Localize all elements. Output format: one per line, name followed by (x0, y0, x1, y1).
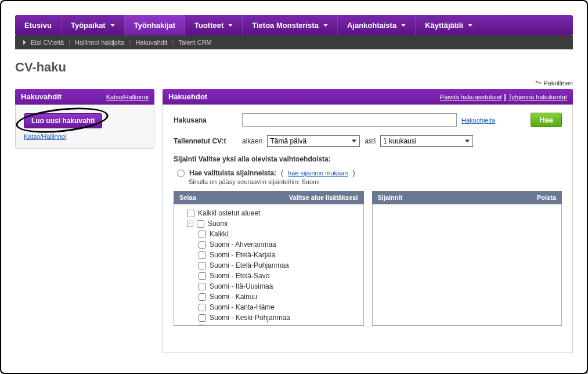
location-access-hint: Sinulla on pääsy seuraaviin sijainteihin… (189, 178, 562, 185)
tree-row[interactable]: Suomi - Etelä-Karjala (179, 250, 359, 260)
view-all-link[interactable]: Katso/Hallinnoi (24, 133, 146, 140)
tree-checkbox[interactable] (197, 220, 204, 228)
triangle-right-icon (23, 40, 26, 45)
subnav-item[interactable]: Hallinnoi hakijoita (75, 39, 125, 46)
tree-checkbox[interactable] (199, 283, 206, 290)
subnav-item[interactable]: Hakuvahdit (135, 39, 167, 46)
search-by-location-link[interactable]: hae sijainnin mukaan (288, 170, 348, 177)
tree-checkbox[interactable] (199, 231, 206, 238)
chevron-down-icon (401, 24, 406, 27)
chevron-down-icon (110, 24, 115, 27)
tree-row[interactable]: Kaikki ostetut alueet (179, 208, 359, 218)
tree-label: Suomi - Keski-Suomi (210, 324, 275, 326)
tree-label: Suomi - Etelä-Savo (210, 272, 269, 280)
tree-label: Kaikki ostetut alueet (198, 209, 260, 217)
nav-työpaikat[interactable]: Työpaikat (62, 15, 125, 35)
browse-list-header: Selaa Valitse alue lisätäksesi (174, 191, 364, 204)
chosen-list[interactable] (372, 204, 562, 326)
tree-label: Suomi - Kainuu (210, 293, 257, 301)
location-radio-label: Hae valituista sijainneista: (189, 169, 276, 177)
tree-checkbox[interactable] (199, 241, 206, 249)
tree-checkbox[interactable] (199, 293, 206, 301)
search-panel-header: Hakuehdot Päivitä hakuasetukset | Tyhjen… (163, 89, 573, 105)
nav-työnhakijat[interactable]: Työnhakijat (125, 15, 185, 35)
tree-checkbox[interactable] (187, 210, 194, 217)
chosen-list-header: Sijainnit Poista (372, 191, 562, 204)
chevron-down-icon (468, 24, 472, 27)
tree-row[interactable]: Kaikki (179, 229, 359, 239)
clear-fields-link[interactable]: Tyhjennä hakukentät (508, 94, 567, 100)
nav-tuotteet[interactable]: Tuotteet (185, 15, 243, 35)
tree-label: Suomi - Kanta-Häme (210, 303, 275, 311)
tree-row[interactable]: -Suomi (179, 218, 359, 229)
to-label: asti (365, 137, 376, 145)
nav-käyttäjätili[interactable]: Käyttäjätili (416, 15, 482, 35)
tree-checkbox[interactable] (199, 304, 206, 311)
tree-checkbox[interactable] (199, 272, 206, 280)
tree-label: Suomi - Itä-Uusimaa (210, 282, 273, 290)
stored-cv-label: Tallennetut CV:t (174, 137, 237, 145)
subnav-item[interactable]: Etsi CV:eitä (31, 39, 64, 46)
tree-checkbox[interactable] (199, 314, 206, 322)
tree-row[interactable]: Suomi - Kanta-Häme (179, 302, 359, 312)
tree-row[interactable]: Suomi - Etelä-Savo (179, 271, 359, 281)
to-select[interactable]: 1 kuukausi (380, 135, 473, 147)
tree-checkbox[interactable] (199, 262, 206, 269)
tree-checkbox[interactable] (199, 251, 206, 259)
tree-row[interactable]: Suomi - Keski-Suomi (179, 323, 359, 326)
tree-label: Suomi - Etelä-Pohjanmaa (210, 261, 289, 269)
browse-list[interactable]: Kaikki ostetut alueet-SuomiKaikkiSuomi -… (174, 204, 364, 326)
hakuvahdit-header: Hakuvahdit Katso/Hallinnoi (15, 89, 154, 105)
sub-nav: Etsi CV:eitä | Hallinnoi hakijoita | Hak… (15, 35, 573, 49)
location-radio[interactable] (177, 170, 185, 177)
top-nav: EtusivuTyöpaikatTyönhakijatTuotteetTieto… (15, 15, 573, 35)
required-legend: *= Pakollinen (15, 80, 573, 87)
search-button[interactable]: Hae (531, 113, 562, 127)
chevron-down-icon (323, 24, 328, 27)
tree-expander-icon[interactable]: - (187, 221, 193, 227)
keyword-input[interactable] (242, 113, 457, 127)
update-settings-link[interactable]: Päivitä hakuasetukset (440, 94, 502, 100)
search-panel-title: Hakuehdot (168, 92, 207, 101)
tree-label: Suomi - Ahvenanmaa (210, 240, 276, 249)
tree-row[interactable]: Suomi - Itä-Uusimaa (179, 281, 359, 292)
tree-checkbox[interactable] (199, 325, 206, 326)
search-help-link[interactable]: Hakuohjeita (461, 117, 495, 124)
tree-row[interactable]: Suomi - Etelä-Pohjanmaa (179, 260, 359, 271)
page-title: CV-haku (15, 60, 573, 75)
chevron-down-icon (228, 24, 233, 27)
hakuvahdit-title: Hakuvahdit (21, 92, 62, 101)
keyword-label: Hakusana (174, 116, 237, 124)
from-select[interactable]: Tämä päivä (267, 135, 360, 147)
tree-row[interactable]: Suomi - Keski-Pohjanmaa (179, 312, 359, 323)
tree-label: Suomi - Keski-Pohjanmaa (210, 314, 290, 322)
tree-label: Suomi (208, 220, 228, 228)
nav-etusivu[interactable]: Etusivu (15, 15, 62, 35)
from-label: alkaen (242, 137, 262, 145)
subnav-item[interactable]: Talent CRM (178, 39, 211, 46)
create-agent-button[interactable]: Luo uusi hakuvahti (24, 113, 102, 128)
location-heading: Sijainti Valitse yksi alla olevista vaih… (174, 155, 562, 163)
tree-label: Kaikki (210, 230, 228, 238)
nav-ajankohtaista[interactable]: Ajankohtaista (338, 15, 416, 35)
nav-tietoa monsterista[interactable]: Tietoa Monsterista (243, 15, 338, 35)
tree-row[interactable]: Suomi - Kainuu (179, 292, 359, 302)
hakuvahdit-manage-link[interactable]: Katso/Hallinnoi (106, 94, 149, 100)
tree-row[interactable]: Suomi - Ahvenanmaa (179, 239, 359, 250)
tree-label: Suomi - Etelä-Karjala (210, 251, 275, 259)
